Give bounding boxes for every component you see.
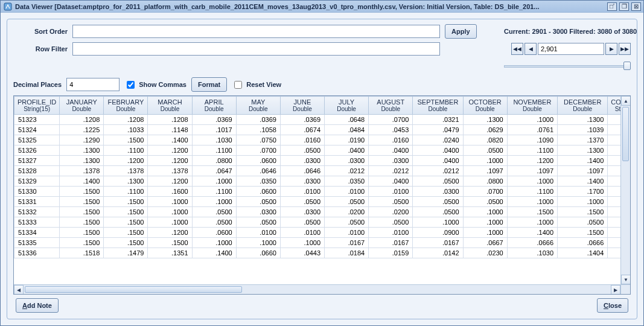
data-cell[interactable]: .1100 bbox=[104, 187, 148, 197]
data-cell[interactable]: .0674 bbox=[280, 125, 324, 135]
data-cell[interactable]: .1000 bbox=[507, 115, 557, 125]
table-row[interactable]: 51332.1500.1500.1000.0500.0300.0300.0200… bbox=[14, 207, 630, 217]
profile-id-cell[interactable]: 51336 bbox=[14, 248, 60, 258]
data-cell[interactable]: .1000 bbox=[463, 228, 507, 238]
column-header[interactable]: FEBRUARYDouble bbox=[104, 97, 148, 115]
data-cell[interactable]: .0500 bbox=[463, 145, 507, 156]
data-cell[interactable]: .1000 bbox=[463, 207, 507, 217]
data-cell[interactable]: .0212 bbox=[369, 166, 413, 176]
column-header[interactable]: SEPTEMBERDouble bbox=[413, 97, 463, 115]
column-header[interactable]: MARCHDouble bbox=[148, 97, 192, 115]
data-cell[interactable]: .0212 bbox=[413, 166, 463, 176]
data-cell[interactable]: .0400 bbox=[413, 145, 463, 156]
data-cell[interactable]: .0761 bbox=[507, 125, 557, 135]
data-cell[interactable]: .0500 bbox=[558, 217, 608, 228]
data-cell[interactable]: .1039 bbox=[558, 125, 608, 135]
data-cell[interactable]: .1378 bbox=[60, 166, 104, 176]
data-cell[interactable]: .0500 bbox=[413, 207, 463, 217]
profile-id-cell[interactable]: 51333 bbox=[14, 217, 60, 228]
data-cell[interactable]: .0321 bbox=[413, 115, 463, 125]
data-cell[interactable]: .1500 bbox=[104, 207, 148, 217]
data-cell[interactable]: .0200 bbox=[325, 207, 369, 217]
horizontal-scroll-thumb[interactable] bbox=[25, 286, 242, 293]
data-cell[interactable]: .0666 bbox=[507, 238, 557, 248]
profile-id-cell[interactable]: 51329 bbox=[14, 176, 60, 187]
data-cell[interactable]: .1500 bbox=[104, 238, 148, 248]
data-cell[interactable]: .0479 bbox=[413, 125, 463, 135]
page-slider[interactable] bbox=[504, 62, 631, 71]
data-cell[interactable]: .1500 bbox=[558, 207, 608, 217]
data-cell[interactable]: .0820 bbox=[463, 135, 507, 145]
data-cell[interactable]: .0500 bbox=[192, 207, 236, 217]
data-cell[interactable]: .0159 bbox=[369, 248, 413, 258]
data-cell[interactable]: .0300 bbox=[369, 156, 413, 166]
data-cell[interactable]: .0300 bbox=[325, 156, 369, 166]
data-cell[interactable]: .1000 bbox=[463, 217, 507, 228]
data-cell[interactable]: .0800 bbox=[463, 176, 507, 187]
data-cell[interactable]: .1400 bbox=[558, 176, 608, 187]
data-cell[interactable]: .0300 bbox=[236, 207, 280, 217]
data-cell[interactable]: .1208 bbox=[148, 115, 192, 125]
data-cell[interactable]: .1400 bbox=[192, 248, 236, 258]
profile-id-cell[interactable]: 51334 bbox=[14, 228, 60, 238]
data-cell[interactable]: .0240 bbox=[413, 135, 463, 145]
data-cell[interactable]: .0369 bbox=[280, 115, 324, 125]
pager-last-button[interactable]: ▶▶ bbox=[619, 43, 631, 55]
horizontal-scrollbar[interactable]: ◀ ▶ bbox=[14, 284, 620, 294]
data-cell[interactable]: .1097 bbox=[558, 166, 608, 176]
data-cell[interactable]: .1351 bbox=[148, 248, 192, 258]
data-cell[interactable]: .1500 bbox=[104, 228, 148, 238]
profile-id-cell[interactable]: 51332 bbox=[14, 207, 60, 217]
data-cell[interactable]: .1200 bbox=[507, 156, 557, 166]
scroll-down-button[interactable]: ▼ bbox=[621, 275, 631, 284]
data-cell[interactable]: .0600 bbox=[192, 228, 236, 238]
column-header[interactable]: JANUARYDouble bbox=[60, 97, 104, 115]
data-cell[interactable]: .0500 bbox=[413, 176, 463, 187]
data-cell[interactable]: .1500 bbox=[60, 217, 104, 228]
data-cell[interactable]: .0484 bbox=[325, 125, 369, 135]
data-cell[interactable]: .0167 bbox=[325, 238, 369, 248]
pager-input[interactable] bbox=[538, 43, 604, 55]
data-cell[interactable]: .1000 bbox=[507, 176, 557, 187]
data-cell[interactable]: .0500 bbox=[463, 197, 507, 207]
table-row[interactable]: 51336.1518.1479.1351.1400.0660.0443.0184… bbox=[14, 248, 630, 258]
data-cell[interactable]: .0500 bbox=[236, 197, 280, 207]
data-cell[interactable]: .0400 bbox=[413, 156, 463, 166]
data-cell[interactable]: .1500 bbox=[60, 197, 104, 207]
data-cell[interactable]: .1518 bbox=[60, 248, 104, 258]
data-cell[interactable]: .0100 bbox=[369, 187, 413, 197]
data-cell[interactable]: .1058 bbox=[236, 125, 280, 135]
data-cell[interactable]: .0100 bbox=[369, 228, 413, 238]
profile-id-cell[interactable]: 51335 bbox=[14, 238, 60, 248]
data-cell[interactable]: .1225 bbox=[60, 125, 104, 135]
data-cell[interactable]: .1500 bbox=[104, 217, 148, 228]
data-cell[interactable]: .1000 bbox=[413, 217, 463, 228]
data-cell[interactable]: .1500 bbox=[60, 228, 104, 238]
pager-prev-button[interactable]: ◀ bbox=[524, 43, 537, 55]
table-row[interactable]: 51327.1300.1200.1200.0800.0600.0300.0300… bbox=[14, 156, 630, 166]
data-cell[interactable]: .0400 bbox=[369, 145, 413, 156]
data-cell[interactable]: .1378 bbox=[104, 166, 148, 176]
data-cell[interactable]: .1400 bbox=[558, 156, 608, 166]
data-cell[interactable]: .0369 bbox=[236, 115, 280, 125]
data-cell[interactable]: .1100 bbox=[507, 187, 557, 197]
data-cell[interactable]: .1200 bbox=[104, 156, 148, 166]
data-cell[interactable]: .1400 bbox=[507, 228, 557, 238]
table-row[interactable]: 51323.1208.1208.1208.0369.0369.0369.0648… bbox=[14, 115, 630, 125]
data-cell[interactable]: .0700 bbox=[463, 187, 507, 197]
data-cell[interactable]: .1000 bbox=[236, 238, 280, 248]
data-cell[interactable]: .0500 bbox=[280, 145, 324, 156]
data-cell[interactable]: .0190 bbox=[325, 135, 369, 145]
data-cell[interactable]: .1000 bbox=[148, 217, 192, 228]
data-cell[interactable]: .0167 bbox=[369, 238, 413, 248]
profile-id-cell[interactable]: 51325 bbox=[14, 135, 60, 145]
data-cell[interactable]: .0667 bbox=[463, 238, 507, 248]
data-cell[interactable]: .1300 bbox=[463, 115, 507, 125]
data-cell[interactable]: .1208 bbox=[60, 115, 104, 125]
data-cell[interactable]: .0500 bbox=[280, 217, 324, 228]
data-cell[interactable]: .0700 bbox=[236, 145, 280, 156]
vertical-scrollbar[interactable]: ▲ ▼ bbox=[620, 96, 630, 284]
data-cell[interactable]: .1370 bbox=[558, 135, 608, 145]
table-row[interactable]: 51325.1290.1500.1400.1030.0750.0160.0190… bbox=[14, 135, 630, 145]
column-header[interactable]: JULYDouble bbox=[325, 97, 369, 115]
